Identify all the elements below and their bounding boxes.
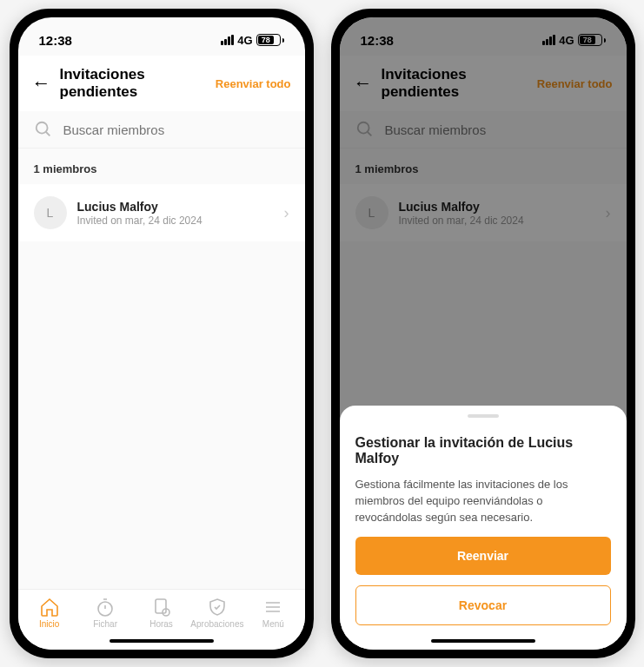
screen: 12:38 4G 78 ← Invitaciones pendientes Re… — [340, 17, 627, 650]
tab-menu[interactable]: Menú — [245, 597, 301, 629]
svg-line-1 — [45, 132, 50, 136]
empty-content — [18, 241, 305, 589]
tab-approvals-label: Aprobaciones — [190, 619, 243, 629]
chevron-right-icon: › — [284, 204, 289, 222]
svg-rect-3 — [156, 599, 166, 613]
tab-clock-label: Fichar — [93, 619, 117, 629]
tab-home-label: Inicio — [39, 619, 59, 629]
search-input[interactable] — [63, 122, 289, 137]
header: ← Invitaciones pendientes Reenviar todo — [18, 56, 305, 111]
page-title: Invitaciones pendientes — [60, 66, 207, 101]
search-row[interactable] — [18, 111, 305, 149]
resend-button[interactable]: Reenviar — [355, 537, 611, 575]
network-label: 4G — [237, 34, 252, 47]
member-invited-date: Invited on mar, 24 dic 2024 — [77, 215, 274, 227]
members-count-label: 1 miembros — [18, 149, 305, 184]
status-bar: 12:38 4G 78 — [18, 17, 305, 56]
home-indicator[interactable] — [110, 639, 214, 643]
modal-overlay[interactable]: Gestionar la invitación de Lucius Malfoy… — [340, 17, 627, 650]
member-info: Lucius Malfoy Invited on mar, 24 dic 202… — [77, 200, 274, 227]
menu-icon — [262, 597, 283, 617]
member-name: Lucius Malfoy — [77, 200, 274, 214]
tab-clock[interactable]: Fichar — [77, 597, 133, 629]
home-indicator[interactable] — [431, 639, 535, 643]
tab-hours[interactable]: Horas — [133, 597, 189, 629]
tab-home[interactable]: Inicio — [22, 597, 77, 629]
action-sheet: Gestionar la invitación de Lucius Malfoy… — [340, 406, 627, 650]
home-icon — [39, 597, 60, 617]
resend-all-button[interactable]: Reenviar todo — [216, 77, 291, 90]
sheet-grabber[interactable] — [468, 414, 499, 418]
tab-menu-label: Menú — [262, 619, 284, 629]
sheet-title: Gestionar la invitación de Lucius Malfoy — [355, 435, 611, 466]
phone-frame-left: 12:38 4G 78 ← Invitaciones pendientes Re… — [10, 9, 314, 658]
member-row[interactable]: L Lucius Malfoy Invited on mar, 24 dic 2… — [18, 184, 305, 241]
signal-icon — [221, 35, 234, 45]
back-icon[interactable]: ← — [32, 72, 51, 95]
phone-frame-right: 12:38 4G 78 ← Invitaciones pendientes Re… — [331, 9, 635, 658]
tab-approvals[interactable]: Aprobaciones — [189, 597, 245, 629]
avatar: L — [34, 196, 67, 229]
tab-hours-label: Horas — [149, 619, 173, 629]
stopwatch-icon — [95, 597, 116, 617]
status-time: 12:38 — [39, 33, 72, 48]
search-icon — [34, 120, 53, 139]
sheet-description: Gestiona fácilmente las invitaciones de … — [355, 477, 611, 526]
svg-point-0 — [36, 122, 47, 134]
status-indicators: 4G 78 — [221, 34, 283, 47]
battery-icon: 78 — [256, 34, 284, 46]
revoke-button[interactable]: Revocar — [355, 585, 611, 625]
shield-check-icon — [207, 597, 228, 617]
document-clock-icon — [151, 597, 172, 617]
screen: 12:38 4G 78 ← Invitaciones pendientes Re… — [18, 17, 305, 650]
